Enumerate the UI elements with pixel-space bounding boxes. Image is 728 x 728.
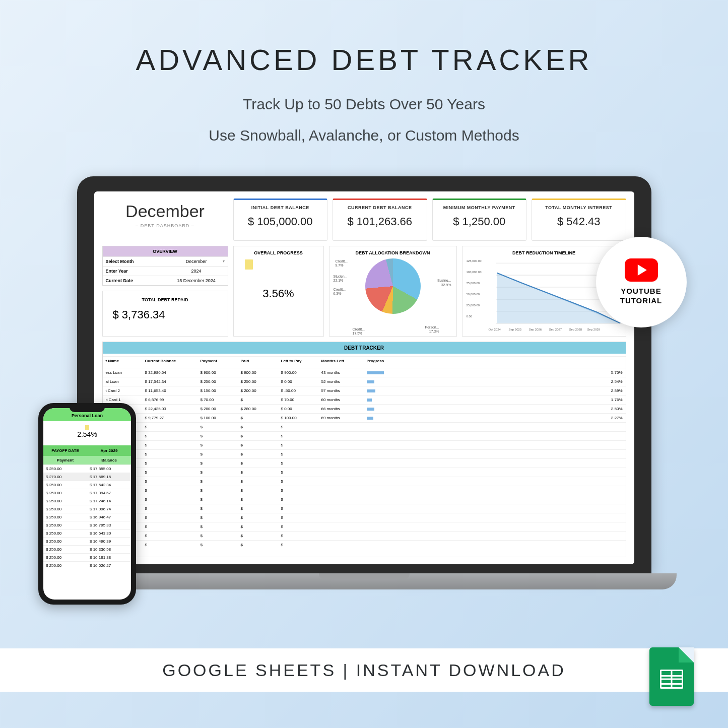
stat-value: $ 542.43	[534, 215, 624, 228]
table-row-empty[interactable]: $$$$	[103, 477, 626, 486]
table-row[interactable]: it Card 3$ 9,779.27$ 100.00$$ 100.0069 m…	[103, 413, 626, 422]
overview-panel: OVERVIEW Select MonthDecemberEnter Year2…	[102, 246, 228, 286]
laptop-mockup: December – DEBT DASHBOARD – INITIAL DEBT…	[77, 176, 651, 589]
overview-row[interactable]: Select MonthDecember	[103, 256, 228, 266]
laptop-bezel: December – DEBT DASHBOARD – INITIAL DEBT…	[77, 176, 651, 573]
youtube-text: YOUTUBETUTORIAL	[620, 287, 663, 306]
pie-value-business: 32.9%	[441, 283, 451, 287]
overall-progress-value: 3.56%	[262, 287, 294, 300]
overview-key: Select Month	[103, 257, 165, 266]
pie-label-credit2: Credit...	[334, 288, 346, 291]
x-tick: Sep 2028	[569, 328, 582, 331]
dashboard-screen: December – DEBT DASHBOARD – INITIAL DEBT…	[94, 191, 634, 564]
stat-card-3: TOTAL MONTHLY INTEREST$ 542.43	[532, 198, 626, 241]
laptop-base	[52, 573, 677, 589]
x-tick: Oct 2024	[489, 328, 501, 331]
stat-value: $ 105,000.00	[236, 215, 325, 228]
hero-subtitle-2: Use Snowball, Avalanche, or Custom Metho…	[0, 127, 728, 144]
table-row-empty[interactable]: $$$$	[103, 504, 626, 513]
table-row-empty[interactable]: $$$$	[103, 431, 626, 440]
table-row-empty[interactable]: $$$$	[103, 449, 626, 458]
stat-label: INITIAL DEBT BALANCE	[236, 205, 325, 210]
pie-value-student: 22.1%	[334, 279, 344, 282]
table-row[interactable]: it Card 1$ 6,876.99$ 70.00$$ 70.0060 mon…	[103, 395, 626, 404]
tracker-title: DEBT TRACKER	[103, 342, 626, 354]
phone-table-row[interactable]: $ 270.00$ 17,589.15	[43, 473, 131, 481]
total-repaid-label: TOTAL DEBT REPAID	[107, 297, 224, 302]
table-row[interactable]: t Card 2$ 11,653.40$ 150.00$ 200.00$ -50…	[103, 386, 626, 395]
y-tick: 100,000.00	[467, 271, 482, 274]
pie-value-credit3: 9.7%	[336, 263, 344, 267]
pie-value-personal: 17.3%	[429, 329, 439, 333]
stat-card-0: INITIAL DEBT BALANCE$ 105,000.00	[233, 198, 328, 241]
phone-progress-value: 2.54%	[45, 430, 129, 438]
overview-key: Enter Year	[103, 267, 165, 276]
phone-table-row[interactable]: $ 250.00$ 16,490.39	[43, 537, 131, 545]
phone-payoff-label: PAYOFF DATE	[43, 445, 87, 456]
table-row-empty[interactable]: $$$$	[103, 531, 626, 540]
x-tick: Sep 2027	[549, 328, 562, 331]
phone-table-row[interactable]: $ 250.00$ 17,096.74	[43, 505, 131, 513]
phone-table-row[interactable]: $ 250.00$ 17,246.14	[43, 497, 131, 505]
tracker-column-header: Progress	[364, 356, 601, 365]
table-row[interactable]: al Loan$ 17,542.34$ 250.00$ 250.00$ 0.00…	[103, 377, 626, 386]
table-row-empty[interactable]: $$$$	[103, 486, 626, 495]
x-tick: Sep 2026	[529, 328, 542, 331]
phone-notch	[70, 405, 105, 412]
phone-progress-icon	[85, 425, 89, 430]
table-row-empty[interactable]: $$$$	[103, 513, 626, 522]
hero-title: ADVANCED DEBT TRACKER	[0, 43, 728, 77]
table-row-empty[interactable]: $$$$	[103, 422, 626, 431]
overview-row: Current Date15 December 2024	[103, 276, 228, 285]
youtube-badge[interactable]: YOUTUBETUTORIAL	[596, 237, 687, 327]
phone-table-row[interactable]: $ 250.00$ 16,026.27	[43, 561, 131, 569]
table-row[interactable]: ess Loan$ 32,986.64$ 900.00$ 900.00$ 900…	[103, 368, 626, 377]
tracker-column-header	[601, 356, 626, 365]
pie-label-credit1: Credit...	[353, 327, 365, 331]
phone-table-row[interactable]: $ 250.00$ 16,643.30	[43, 529, 131, 537]
footer-text: GOOGLE SHEETS | INSTANT DOWNLOAD	[162, 660, 566, 680]
overview-value[interactable]: December	[165, 257, 228, 266]
google-sheets-icon	[649, 647, 694, 706]
x-tick: Sep 2029	[587, 328, 601, 331]
month-name: December	[102, 202, 228, 221]
tracker-column-header: t Name	[103, 356, 142, 365]
overview-key: Current Date	[103, 276, 165, 285]
phone-col-balance: Balance	[87, 456, 131, 465]
allocation-card: DEBT ALLOCATION BREAKDOWN Busine... 32.9…	[329, 246, 457, 337]
stat-label: CURRENT DEBT BALANCE	[335, 205, 425, 210]
phone-table-row[interactable]: $ 250.00$ 17,855.00	[43, 465, 131, 473]
overview-header: OVERVIEW	[103, 246, 228, 256]
phone-progress: 2.54%	[43, 421, 131, 445]
phone-table-row[interactable]: $ 250.00$ 16,181.88	[43, 553, 131, 561]
tracker-column-header: Months Left	[318, 356, 364, 365]
phone-table-header: Payment Balance	[43, 456, 131, 465]
overview-value: 2024	[165, 267, 228, 276]
phone-table-row[interactable]: $ 250.00$ 16,336.58	[43, 545, 131, 553]
tracker-column-header: Payment	[197, 356, 238, 365]
month-heading: December – DEBT DASHBOARD –	[102, 198, 228, 241]
month-subtitle: – DEBT DASHBOARD –	[102, 223, 228, 228]
pie-label-credit3: Credit...	[336, 259, 348, 263]
table-row[interactable]: ent Loan$ 22,425.03$ 280.00$ 280.00$ 0.0…	[103, 404, 626, 413]
stat-label: TOTAL MONTHLY INTEREST	[534, 205, 624, 210]
timeline-title: DEBT REDUCTION TIMELINE	[466, 250, 623, 255]
y-tick: 75,000.00	[467, 282, 480, 285]
stat-card-2: MINIMUM MONTHLY PAYMENT$ 1,250.00	[432, 198, 527, 241]
x-tick: Sep 2025	[509, 328, 522, 331]
table-row-empty[interactable]: $$$$	[103, 458, 626, 468]
table-row-empty[interactable]: $$$$	[103, 540, 626, 549]
youtube-icon	[625, 258, 658, 282]
phone-table-row[interactable]: $ 250.00$ 17,394.67	[43, 489, 131, 497]
tracker-column-header: Left to Pay	[278, 356, 318, 365]
phone-table-row[interactable]: $ 250.00$ 16,946.47	[43, 513, 131, 521]
table-row-empty[interactable]: $$$$	[103, 522, 626, 531]
y-tick: 50,000.00	[467, 293, 480, 296]
table-row-empty[interactable]: $$$$	[103, 468, 626, 477]
table-row-empty[interactable]: $$$$	[103, 440, 626, 449]
table-row-empty[interactable]: $$$$	[103, 495, 626, 504]
phone-table-row[interactable]: $ 250.00$ 17,542.34	[43, 481, 131, 489]
phone-payoff-value: Apr 2029	[87, 445, 131, 456]
allocation-title: DEBT ALLOCATION BREAKDOWN	[333, 250, 453, 255]
phone-table-row[interactable]: $ 250.00$ 16,795.33	[43, 521, 131, 529]
